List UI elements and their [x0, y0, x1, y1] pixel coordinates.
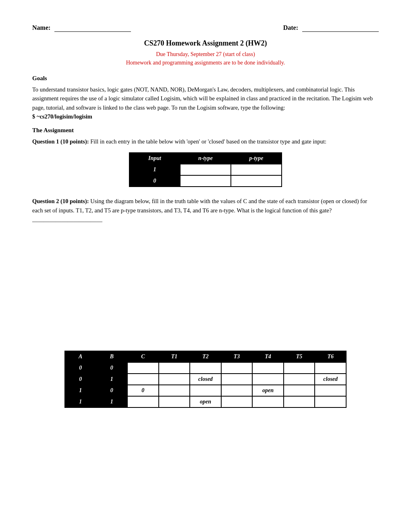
q2-row-00: 0 0 [65, 362, 346, 374]
q2-table-wrapper: A B C T1 T2 T3 T4 T5 T6 0 0 [32, 351, 379, 408]
q2-row-01: 0 1 closed closed [65, 374, 346, 385]
q2-header-row: A B C T1 T2 T3 T4 T5 T6 [65, 351, 346, 362]
q2-r0-T2 [190, 362, 221, 374]
q2-r2-B: 0 [96, 385, 128, 396]
q2-r0-B: 0 [96, 362, 128, 374]
diagram-space [32, 230, 379, 343]
q1-row-0: 0 [129, 175, 282, 187]
q2-header-T3: T3 [221, 351, 253, 362]
header-row: Name: Date: [32, 24, 379, 32]
q1-text: Fill in each entry in the table below wi… [89, 138, 327, 145]
q1-row0-ntype [180, 175, 231, 187]
q2-header-A: A [65, 351, 96, 362]
q2-r2-T2 [190, 385, 221, 396]
subtitle: Due Thursday, September 27 (start of cla… [32, 50, 379, 67]
q2-r0-T4 [252, 362, 284, 374]
q2-r2-T5 [284, 385, 315, 396]
page-title: CS270 Homework Assignment 2 (HW2) [32, 39, 379, 48]
q2-header-B: B [96, 351, 128, 362]
goals-title: Goals [32, 75, 379, 82]
q2-r3-A: 1 [65, 396, 96, 407]
q2-r2-T4: open [252, 385, 284, 396]
q2-r0-C [127, 362, 159, 374]
goals-text-span: To understand transistor basics, logic g… [32, 86, 373, 111]
q2-row-11: 1 1 open [65, 396, 346, 407]
q2-r1-C [127, 374, 159, 385]
q1-row-1: 1 [129, 164, 282, 175]
q1-table-wrapper: Input n-type p-type 1 0 [32, 152, 379, 187]
q2-r0-T1 [159, 362, 190, 374]
q2-r1-T4 [252, 374, 284, 385]
q2-table: A B C T1 T2 T3 T4 T5 T6 0 0 [64, 351, 347, 408]
q2-r3-T2: open [190, 396, 221, 407]
q2-r2-T1 [159, 385, 190, 396]
q2-r1-B: 1 [96, 374, 128, 385]
q1-row1-ntype [180, 164, 231, 175]
q2-r3-T3 [221, 396, 253, 407]
q2-r1-T3 [221, 374, 253, 385]
q2-r1-T5 [284, 374, 315, 385]
q1-row0-input: 0 [129, 175, 180, 187]
goals-body: To understand transistor basics, logic g… [32, 85, 379, 121]
subtitle-line1: Due Thursday, September 27 (start of cla… [32, 50, 379, 58]
subtitle-line2: Homework and programming assignments are… [32, 58, 379, 67]
q2-r0-A: 0 [65, 362, 96, 374]
q2-r1-A: 0 [65, 374, 96, 385]
date-field: Date: [283, 24, 379, 32]
q1-row1-ptype [231, 164, 282, 175]
q1-header-input: Input [129, 153, 180, 164]
q2-bold: Question 2 (10 points): [32, 198, 89, 204]
q2-r2-T6 [315, 385, 346, 396]
q1-header-ntype: n-type [180, 153, 231, 164]
q2-header-T2: T2 [190, 351, 221, 362]
q2-header-T1: T1 [159, 351, 190, 362]
q2-r2-C: 0 [127, 385, 159, 396]
q1-header-row: Input n-type p-type [129, 153, 282, 164]
q2-r1-T6: closed [315, 374, 346, 385]
q1-row1-input: 1 [129, 164, 180, 175]
q2-paragraph: Question 2 (10 points): Using the diagra… [32, 197, 379, 224]
q2-header-T5: T5 [284, 351, 315, 362]
q2-r3-C [127, 396, 159, 407]
q2-r0-T3 [221, 362, 253, 374]
q2-header-T6: T6 [315, 351, 346, 362]
q2-r3-T4 [252, 396, 284, 407]
goals-code-span: $ ~cs270/logisim/logisim [32, 113, 92, 120]
q2-r3-B: 1 [96, 396, 128, 407]
q2-r3-T5 [284, 396, 315, 407]
q1-table: Input n-type p-type 1 0 [129, 152, 282, 187]
q1-bold: Question 1 (10 points): [32, 138, 89, 145]
q1-row0-ptype [231, 175, 282, 187]
q2-row-10: 1 0 0 open [65, 385, 346, 396]
q2-line: ________________________ [32, 216, 102, 222]
q2-r3-T1 [159, 396, 190, 407]
q2-r0-T5 [284, 362, 315, 374]
assignment-title: The Assignment [32, 127, 379, 134]
q1-paragraph: Question 1 (10 points): Fill in each ent… [32, 137, 379, 146]
q2-r0-T6 [315, 362, 346, 374]
q2-r1-T1 [159, 374, 190, 385]
q2-r1-T2: closed [190, 374, 221, 385]
q2-r2-T3 [221, 385, 253, 396]
q2-header-C: C [127, 351, 159, 362]
q2-r2-A: 1 [65, 385, 96, 396]
name-field: Name: [32, 24, 131, 32]
q2-r3-T6 [315, 396, 346, 407]
q1-header-ptype: p-type [231, 153, 282, 164]
q2-header-T4: T4 [252, 351, 284, 362]
